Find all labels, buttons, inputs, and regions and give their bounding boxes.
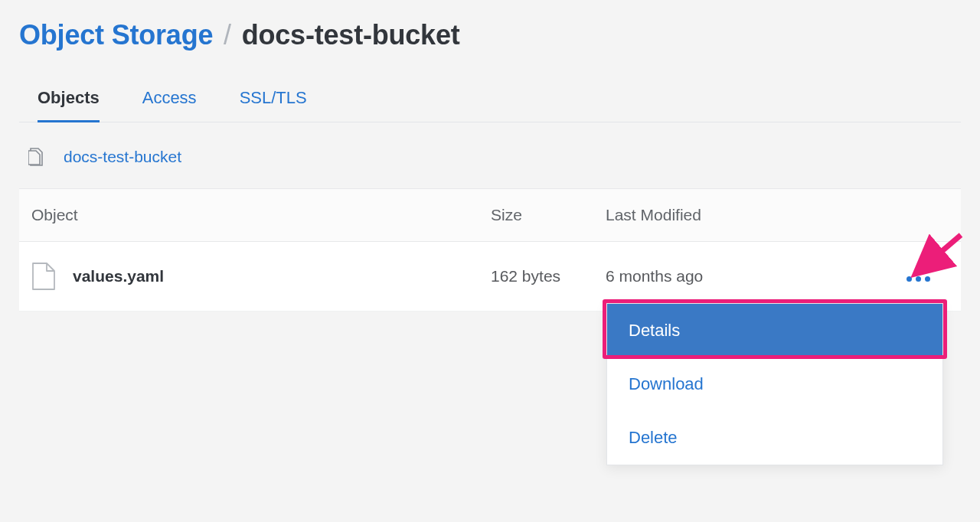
dots-icon (925, 276, 930, 282)
col-header-modified: Last Modified (593, 189, 825, 242)
bucket-icon (28, 147, 45, 167)
tab-objects[interactable]: Objects (38, 88, 100, 122)
tab-access[interactable]: Access (142, 88, 197, 122)
col-header-size: Size (479, 189, 593, 242)
breadcrumb-current: docs-test-bucket (242, 19, 460, 51)
breadcrumb-root-link[interactable]: Object Storage (19, 19, 213, 51)
page-title: Object Storage / docs-test-bucket (19, 19, 961, 51)
path-breadcrumb: docs-test-bucket (19, 122, 961, 188)
row-actions-button[interactable] (902, 272, 935, 286)
table-row[interactable]: values.yaml 162 bytes 6 months ago (19, 242, 961, 312)
path-bucket-link[interactable]: docs-test-bucket (64, 148, 181, 166)
menu-item-download[interactable]: Download (607, 357, 942, 411)
col-header-object: Object (19, 189, 479, 242)
file-name: values.yaml (73, 267, 164, 285)
file-size: 162 bytes (479, 242, 593, 312)
dots-icon (916, 276, 921, 282)
file-icon (31, 262, 56, 291)
col-header-actions (825, 189, 961, 242)
row-actions-menu: Details Download Delete (606, 303, 943, 465)
file-modified: 6 months ago (593, 242, 825, 312)
dots-icon (906, 276, 912, 282)
objects-table: Object Size Last Modified val (19, 188, 961, 312)
menu-item-delete[interactable]: Delete (607, 411, 942, 465)
breadcrumb-separator: / (220, 19, 234, 51)
tab-ssl-tls[interactable]: SSL/TLS (240, 88, 307, 122)
tabs: Objects Access SSL/TLS (19, 88, 961, 122)
menu-item-details[interactable]: Details (607, 304, 942, 357)
